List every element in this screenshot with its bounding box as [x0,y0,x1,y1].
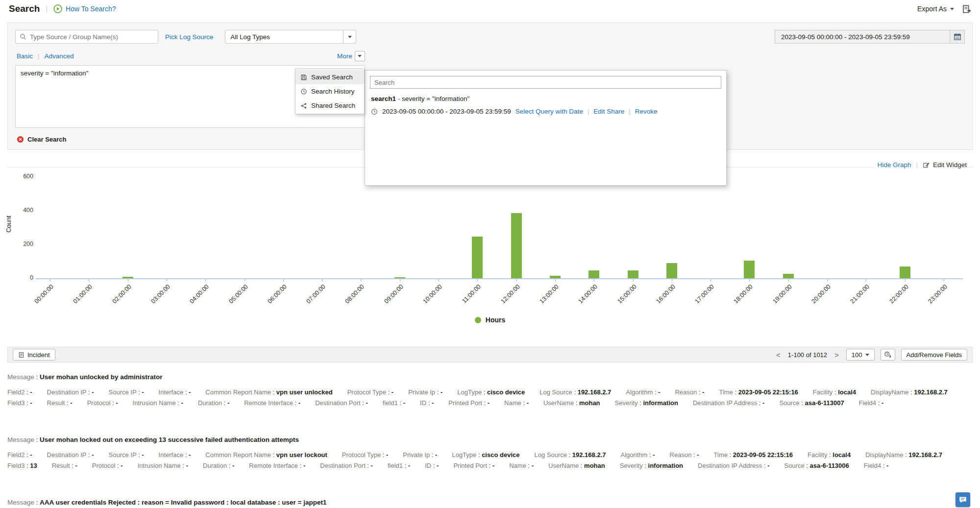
x-axis-line [36,278,963,279]
chart-bar[interactable] [550,276,561,278]
chart-bar[interactable] [900,266,910,278]
field-value: - [653,451,655,459]
log-field: Time : 2023-09-05 22:15:16 [714,450,793,460]
message-value: User mohan locked out on exceeding 13 su… [40,436,299,443]
export-report-icon[interactable] [962,4,971,14]
field-value: - [408,462,410,469]
x-axis-tick [944,279,944,282]
history-icon [300,88,307,95]
how-to-search-label[interactable]: How To Search? [66,5,116,13]
pick-log-source-link[interactable]: Pick Log Source [165,33,213,41]
field-value: cisco device [482,451,519,459]
log-field: Remote Interface : - [249,460,305,471]
chart-bar[interactable] [588,270,599,278]
next-page-button[interactable]: > [833,351,840,359]
field-label: Field4 [859,399,876,407]
field-label: DisplayName [871,388,908,396]
field-value: 2023-09-05 22:15:16 [733,451,793,459]
field-value: asa-6-113007 [805,399,844,407]
chat-feedback-button[interactable] [956,492,970,507]
tab-advanced[interactable]: Advanced [45,52,74,60]
log-type-select[interactable]: All Log Types [225,30,356,44]
how-to-search-link[interactable]: How To Search? [53,4,116,13]
x-axis-tick [322,279,322,282]
add-remove-fields-button[interactable]: Add/Remove Fields [901,349,967,361]
chart-legend[interactable]: Hours [0,316,980,324]
saved-action-3[interactable]: Revoke [624,108,657,115]
more-link[interactable]: More [337,52,352,60]
log-field: Source IP : - [109,450,144,460]
log-field: Field4 : - [859,398,884,409]
saved-action-1[interactable]: Select Query with Date [515,108,583,115]
x-axis-tick [205,279,206,282]
chart-bar[interactable] [783,274,794,278]
page-size-select[interactable]: 100 [846,349,875,361]
saved-search-item[interactable]: search1severity = "information" [370,95,721,102]
menu-item-saved-search[interactable]: Saved Search [295,70,364,84]
more-dropdown-button[interactable] [355,51,365,61]
log-entry: Message : AAA user credentials Rejected … [7,493,973,506]
source-search-field[interactable] [15,30,158,44]
log-field: Result : - [52,460,77,471]
field-label: Time [714,451,728,459]
chart-bar[interactable] [628,270,638,278]
edit-widget-button[interactable]: Edit Widget [923,161,967,169]
prev-page-button[interactable]: < [775,351,782,359]
chart-bar[interactable] [744,261,755,278]
saved-search-filter-input[interactable] [370,76,721,89]
log-field: Facility : local4 [813,387,856,398]
clear-search-button[interactable]: Clear Search [17,136,67,143]
log-field: Log Source : 192.168.2.7 [539,387,611,398]
field-value: - [437,462,439,469]
log-field: Printed Port : - [448,398,490,409]
source-search-input[interactable] [30,33,154,41]
field-label: Result [52,462,70,469]
incident-label: Incident [27,351,50,359]
field-value: - [441,388,442,396]
menu-item-shared-search[interactable]: Shared Search [295,98,364,113]
field-label: Algorithm [626,388,653,396]
field-value: - [435,451,437,459]
sort-by-time-button[interactable] [881,349,895,361]
field-label: Intrusion Name [138,462,181,469]
log-fields-row: Field2 : -Destination IP : -Source IP : … [7,450,973,460]
x-axis-tick [245,279,245,282]
chart-bar[interactable] [122,277,133,278]
calendar-button[interactable] [950,30,965,44]
incident-button[interactable]: Incident [13,349,55,361]
x-axis-tick [283,279,284,282]
field-value: - [142,388,144,396]
filter-row: Pick Log Source All Log Types 2023-09-05… [15,30,965,44]
chart-bar[interactable] [472,237,483,278]
chart-bar[interactable] [394,277,405,278]
message-value: User mohan unlocked by administrator [40,373,163,381]
chart-bar[interactable] [666,263,677,278]
export-as-button[interactable]: Export As [917,5,954,13]
results-toolbar: Incident < 1-100 of 1012 > 100 Add/Remov… [7,347,973,363]
x-axis-tick [788,279,789,282]
chevron-down-icon [348,36,352,38]
x-axis-tick [128,279,128,282]
hide-graph-link[interactable]: Hide Graph [877,161,911,169]
field-value: - [181,399,183,407]
log-field: LogType : cisco device [452,450,519,460]
log-type-dropdown[interactable] [343,30,356,43]
log-field: Destination Port : - [315,398,368,409]
page-info: 1-100 of 1012 [788,351,827,359]
tab-basic[interactable]: Basic [17,52,33,60]
field-value: information [648,462,684,469]
field-value: local4 [833,451,851,459]
field-label: Field3 [7,462,24,469]
saved-action-2[interactable]: Edit Share [583,108,625,115]
date-range-value[interactable]: 2023-09-05 00:00:00 - 2023-09-05 23:59:5… [775,30,950,44]
field-label: Severity [615,399,638,407]
menu-item-search-history[interactable]: Search History [295,84,364,98]
log-field: DisplayName : 192.168.2.7 [871,387,948,398]
log-message: Message : User mohan unlocked by adminis… [7,373,973,381]
field-label: Printed Port [453,462,487,469]
chart-bar[interactable] [511,213,522,278]
field-value: - [186,462,188,469]
x-axis-tick [516,279,517,282]
field-value: mohan [579,399,600,407]
log-field: Source : asa-6-113006 [784,460,849,471]
